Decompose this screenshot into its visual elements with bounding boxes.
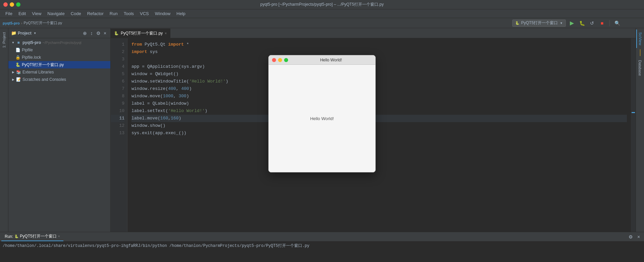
code-line-5: window = QWidget() <box>131 70 627 78</box>
code-line-11: label.move(160,160) <box>131 115 627 122</box>
tree-label-external-libs: External Libraries <box>22 70 54 74</box>
sort-button[interactable]: ↕ <box>89 31 94 36</box>
hello-world-label: Hello World! <box>310 116 334 121</box>
tree-label-main-py: PyQT5打开一个窗口.py <box>22 62 64 68</box>
tree-item-main-py[interactable]: 🐍 PyQT5打开一个窗口.py <box>8 61 110 68</box>
external-libs-icon: 📚 <box>16 69 21 75</box>
gutter-mark <box>632 112 635 113</box>
tab-python-icon: 🐍 <box>114 31 119 36</box>
code-line-9: label = QLabel(window) <box>131 100 627 107</box>
tree-item-scratches[interactable]: ▶ 📝 Scratches and Consoles <box>8 76 110 83</box>
menu-view[interactable]: View <box>29 10 44 17</box>
right-gutter <box>631 38 636 232</box>
editor-area: 🐍 PyQT5打开一个窗口.py × 1 2 3 4 5 6 7 8 9 10 … <box>111 28 636 232</box>
folder-icon: 📁 <box>11 31 16 36</box>
toolbar-separator <box>609 20 610 26</box>
search-everywhere-button[interactable]: 🔍 <box>613 19 621 27</box>
breadcrumb: PyQT5打开一个窗口.py <box>23 20 62 25</box>
run-tab[interactable]: Run: 🐍 PyQT5打开一个窗口 × <box>1 232 63 241</box>
menu-bar: File Edit View Navigate Code Refactor Ru… <box>0 9 644 18</box>
run-button[interactable]: ▶ <box>568 19 576 27</box>
menu-vcs[interactable]: VCS <box>137 10 152 17</box>
menu-window[interactable]: Window <box>152 10 173 17</box>
stop-button[interactable]: ■ <box>598 19 606 27</box>
expand-arrow-collapsed-icon: ▶ <box>11 70 15 74</box>
minimize-button[interactable] <box>10 2 14 7</box>
code-line-8: window.move(1000, 300) <box>131 93 627 100</box>
code-line-7: window.resize(400, 400) <box>131 85 627 93</box>
editor-tab-main[interactable]: 🐍 PyQT5打开一个窗口.py × <box>111 29 170 38</box>
scratches-icon: 📝 <box>16 77 21 82</box>
run-tab-close[interactable]: × <box>58 234 60 238</box>
float-close-button[interactable] <box>272 58 276 62</box>
close-button[interactable] <box>3 2 8 7</box>
menu-run[interactable]: Run <box>107 10 120 17</box>
tree-label-scratches: Scratches and Consoles <box>22 77 66 82</box>
float-maximize-button[interactable] <box>284 58 288 62</box>
menu-file[interactable]: File <box>3 10 15 17</box>
sciview-tab[interactable]: SciView <box>636 30 644 48</box>
tree-label-pipfile: Pipfile <box>22 48 33 52</box>
rerun-button[interactable]: ↺ <box>588 19 596 27</box>
run-command: /home/thanlon/.local/share/virtualenvs/p… <box>3 244 310 248</box>
bottom-tabs: Run: 🐍 PyQT5打开一个窗口 × ⚙ × <box>0 232 644 242</box>
menu-navigate[interactable]: Navigate <box>45 10 67 17</box>
code-line-12: window.show() <box>131 122 627 129</box>
close-sidebar-button[interactable]: × <box>102 31 108 36</box>
floating-title-bar: Hello World! <box>269 55 375 65</box>
python-file-icon: 🐍 <box>15 62 20 67</box>
window-controls[interactable] <box>3 2 20 7</box>
line-numbers: 1 2 3 4 5 6 7 8 9 10 11 12 13 <box>111 38 127 232</box>
tab-close-button[interactable]: × <box>165 32 167 35</box>
code-line-10: label.setText('Hello World!') <box>131 107 627 115</box>
project-label: pyqt5-pro <box>3 21 20 25</box>
tree-label-pipfile-lock: Pipfile.lock <box>22 55 41 60</box>
bottom-close-button[interactable]: × <box>635 233 643 241</box>
tab-label: PyQT5打开一个窗口.py <box>121 31 163 36</box>
tree-item-pipfile[interactable]: 📄 Pipfile <box>8 46 110 54</box>
code-line-3 <box>131 56 627 63</box>
tree-path: ~/PycharmProjects/pyqt <box>42 41 81 45</box>
sidebar-title: 📁 Project ▼ <box>11 31 79 36</box>
path-separator: › <box>21 21 22 25</box>
run-tab-icon: 🐍 <box>14 234 18 238</box>
tree-item-pyqt5-pro[interactable]: ▼ ■ pyqt5-pro ~/PycharmProjects/pyqt <box>8 39 110 46</box>
editor-tabs: 🐍 PyQT5打开一个窗口.py × <box>111 28 636 38</box>
menu-tools[interactable]: Tools <box>121 10 137 17</box>
menu-help[interactable]: Help <box>174 10 188 17</box>
floating-window-content: Hello World! <box>269 65 375 172</box>
left-side-tabs: 1: Project <box>0 28 8 232</box>
dropdown-chevron-icon: ▼ <box>34 32 37 35</box>
file-icon: 📄 <box>15 47 20 53</box>
debug-button[interactable]: 🐛 <box>578 19 586 27</box>
main-content: 1: Project 📁 Project ▼ ⊕ ↕ ⚙ × ▼ ■ pyqt5… <box>0 28 644 232</box>
collapse-all-button[interactable]: ⊕ <box>82 31 88 36</box>
run-label: Run: <box>5 234 13 239</box>
project-tool-window-tab[interactable]: 1: Project <box>1 30 7 50</box>
expand-arrow-scratches-icon: ▶ <box>11 77 15 82</box>
tree-item-external-libs[interactable]: ▶ 📚 External Libraries <box>8 68 110 76</box>
code-content[interactable]: from PyQt5.Qt import * import sys app = … <box>127 38 631 232</box>
database-indicator <box>640 49 640 56</box>
database-tab[interactable]: Database <box>637 57 643 78</box>
project-tree: ▼ ■ pyqt5-pro ~/PycharmProjects/pyqt 📄 P… <box>8 38 110 232</box>
bottom-settings-button[interactable]: ⚙ <box>627 233 635 241</box>
hello-world-window[interactable]: Hello World! Hello World! <box>268 55 376 172</box>
run-config-dropdown[interactable]: 🐍 PyQT5打开一个窗口 ▼ <box>512 19 566 27</box>
right-side-tabs: SciView Database <box>636 28 644 232</box>
title-bar: pyqt5-pro [~/PycharmProjects/pyqt5-pro] … <box>0 0 644 9</box>
code-line-1: from PyQt5.Qt import * <box>131 41 627 48</box>
bottom-panel: Run: 🐍 PyQT5打开一个窗口 × ⚙ × /home/thanlon/.… <box>0 232 644 262</box>
tree-item-pipfile-lock[interactable]: 🔒 Pipfile.lock <box>8 54 110 61</box>
run-tab-label: PyQT5打开一个窗口 <box>20 233 56 239</box>
maximize-button[interactable] <box>16 2 20 7</box>
sidebar-header-icons: ⊕ ↕ ⚙ × <box>82 31 108 36</box>
menu-refactor[interactable]: Refactor <box>85 10 106 17</box>
float-minimize-button[interactable] <box>278 58 282 62</box>
settings-icon[interactable]: ⚙ <box>96 31 101 36</box>
nav-toolbar: pyqt5-pro › PyQT5打开一个窗口.py 🐍 PyQT5打开一个窗口… <box>0 18 644 28</box>
menu-edit[interactable]: Edit <box>16 10 29 17</box>
run-config-label: PyQT5打开一个窗口 <box>521 20 558 26</box>
menu-code[interactable]: Code <box>68 10 84 17</box>
code-editor[interactable]: 1 2 3 4 5 6 7 8 9 10 11 12 13 from PyQt5… <box>111 38 636 232</box>
